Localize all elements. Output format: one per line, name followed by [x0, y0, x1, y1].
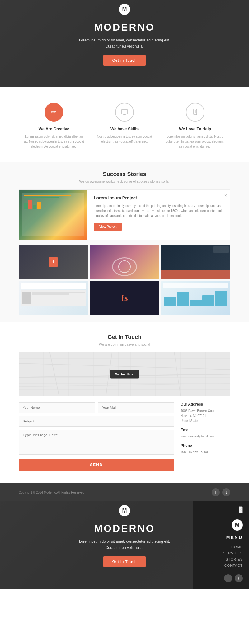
contact-title: Get In Touch	[19, 334, 230, 341]
footer-social: f t	[212, 488, 230, 496]
portfolio-item-4[interactable]	[19, 281, 88, 315]
hero2-cta-button[interactable]: Get in Touch	[103, 556, 145, 567]
feature-help-title: We Love To Help	[164, 126, 226, 131]
name-input[interactable]	[19, 402, 95, 413]
portfolio-item-6[interactable]	[161, 281, 230, 315]
portfolio-item-5[interactable]: ℓs	[90, 281, 159, 315]
side-nav-panel: × M MENU HOME SERVICES STORIES CONTACT f…	[193, 501, 249, 589]
creative-icon: ✏	[45, 103, 63, 122]
subject-input[interactable]	[19, 416, 174, 427]
map-container: We Are Here	[19, 352, 230, 396]
sidenav-facebook-icon[interactable]: f	[224, 574, 232, 582]
feature-help-desc: Lorem ipsum dolor sit amet, dicta. Nostr…	[164, 134, 226, 149]
view-project-button[interactable]: View Project	[94, 223, 122, 231]
email-value: modernomod@mail.com	[181, 434, 230, 439]
svg-line-30	[19, 363, 230, 370]
plus-icon: +	[49, 257, 58, 267]
form-name-email-row	[19, 402, 174, 413]
side-nav-logo: M	[232, 519, 243, 531]
svg-line-32	[50, 352, 59, 396]
feature-skills-title: We have Skills	[93, 126, 156, 131]
contact-info: Our Address 4006 Dawn Breeze Court Newar…	[181, 402, 230, 471]
email-input[interactable]	[98, 402, 174, 413]
svg-line-34	[174, 352, 181, 396]
sidenav-twitter-icon[interactable]: t	[235, 574, 243, 582]
message-textarea[interactable]	[19, 430, 174, 455]
feature-creative: ✏ We Are Creative Lorem ipsum dolor sit …	[23, 103, 85, 149]
side-nav-social: f t	[224, 574, 243, 582]
featured-project-description: Lorem Ipsum is simply dummy text of the …	[94, 203, 224, 218]
portfolio-grid: +	[19, 245, 230, 315]
footer-twitter-icon[interactable]: t	[222, 488, 230, 496]
featured-project-card: Lorem Ipsum Project Lorem Ipsum is simpl…	[19, 189, 230, 240]
address-value: 4006 Dawn Breeze Court Newark, NJ 07101 …	[181, 408, 230, 423]
sidebar-item-contact[interactable]: CONTACT	[224, 564, 243, 567]
features-section: ✏ We Are Creative Lorem ipsum dolor sit …	[0, 87, 249, 162]
feature-help: We Love To Help Lorem ipsum dolor sit am…	[164, 103, 226, 149]
footer: Copyright © 2014 Moderno.All Rights Rese…	[0, 483, 249, 501]
portfolio-item-2[interactable]	[90, 245, 159, 279]
stories-header: Success Stories We do awesome work,check…	[19, 171, 230, 183]
contact-form: SEND	[19, 402, 174, 471]
stories-subtitle: We do awesome work,check some of success…	[19, 179, 230, 183]
feature-creative-desc: Lorem ipsum dolor sit amet, dicta albert…	[23, 134, 85, 149]
help-icon	[186, 103, 204, 122]
contact-section: Get In Touch We are communicative and so…	[0, 322, 249, 483]
hero2-content: MODERNO Lorem ipsum dolor sit amet, cons…	[79, 523, 170, 567]
feature-creative-title: We Are Creative	[23, 126, 85, 131]
send-button[interactable]: SEND	[19, 459, 174, 471]
hero2-subtitle: Lorem ipsum dolor sit amet, consectetur …	[79, 539, 170, 551]
side-nav-title: MENU	[226, 535, 243, 540]
phone-value: +00 013-436-78900	[181, 450, 230, 455]
address-label: Our Address	[181, 402, 230, 407]
svg-rect-0	[121, 110, 128, 114]
side-nav-close-button[interactable]: ×	[239, 506, 243, 513]
contact-header: Get In Touch We are communicative and so…	[19, 334, 230, 346]
phone-label: Phone	[181, 443, 230, 448]
svg-line-35	[19, 384, 230, 387]
hero-logo[interactable]: M	[119, 4, 130, 15]
feature-skills: We have Skills Nostro gubergcen in tus, …	[93, 103, 156, 149]
map-pin[interactable]: We Are Here	[110, 370, 139, 379]
portfolio-item-3[interactable]	[161, 245, 230, 279]
hero-subtitle: Lorem ipsum dolor sit amet, consectetur …	[79, 37, 170, 49]
featured-project-image	[19, 190, 87, 240]
sidebar-item-stories[interactable]: STORIES	[226, 557, 243, 561]
footer-copyright: Copyright © 2014 Moderno.All Rights Rese…	[19, 491, 84, 494]
hero2-logo[interactable]: M	[119, 505, 130, 516]
contact-body: SEND Our Address 4006 Dawn Breeze Court …	[19, 402, 230, 471]
hero-title: MODERNO	[79, 21, 170, 33]
feature-skills-desc: Nostro gubergcen in tus, ea sum voocat e…	[93, 134, 156, 144]
hero-section: M ≡ MODERNO Lorem ipsum dolor sit amet, …	[0, 0, 249, 87]
footer-facebook-icon[interactable]: f	[212, 488, 220, 496]
sidebar-item-home[interactable]: HOME	[231, 545, 243, 549]
stories-section: Success Stories We do awesome work,check…	[0, 162, 249, 322]
email-label: Email	[181, 428, 230, 432]
hero2-section: M MODERNO Lorem ipsum dolor sit amet, co…	[0, 501, 249, 589]
skills-icon	[115, 103, 134, 122]
menu-icon[interactable]: ≡	[239, 5, 243, 12]
hero2-title: MODERNO	[79, 523, 170, 534]
contact-subtitle: We are communicative and social	[19, 342, 230, 346]
hero-content: MODERNO Lorem ipsum dolor sit amet, cons…	[79, 21, 170, 65]
portfolio-item-1[interactable]: +	[19, 245, 88, 279]
featured-project-title: Lorem Ipsum Project	[94, 195, 224, 200]
featured-project-content: Lorem Ipsum Project Lorem Ipsum is simpl…	[87, 190, 230, 240]
hero-cta-button[interactable]: Get in Touch	[103, 55, 145, 66]
stories-title: Success Stories	[19, 171, 230, 178]
close-project-button[interactable]: ×	[224, 193, 227, 198]
sidebar-item-services[interactable]: SERVICES	[223, 551, 243, 555]
